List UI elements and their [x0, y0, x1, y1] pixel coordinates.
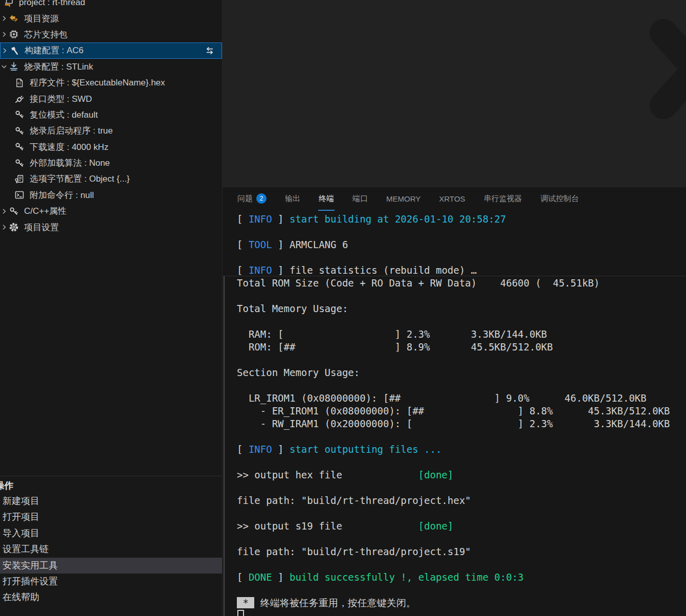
tree-item-file[interactable]: 01程序文件 : ${ExecutableName}.hex [0, 75, 222, 91]
terminal-line: - ER_IROM1 (0x08000000): [## ] 8.8% 45.3… [237, 405, 670, 417]
panel-tab-MEMORY[interactable]: MEMORY [386, 187, 421, 211]
tree-item-label: C/C++属性 [24, 205, 222, 217]
terminal-text-segment: ] [272, 444, 290, 455]
chevron-right-icon[interactable] [1, 208, 8, 214]
key-icon [8, 206, 19, 217]
terminal-text-segment: start outputting files ... [290, 444, 441, 455]
panel-tab-问题[interactable]: 问题2 [237, 187, 267, 211]
key-icon [14, 158, 25, 169]
action-item[interactable]: 导入项目 [0, 525, 223, 541]
terminal-line [237, 315, 670, 328]
terminal-text-segment: file path: "build/rt-thread/project.hex" [237, 495, 471, 506]
tree-item-key[interactable]: C/C++属性 [0, 203, 222, 219]
chevron-right-icon[interactable] [1, 15, 8, 21]
bottom-panel: 问题2输出终端端口MEMORYXRTOS串行监视器调试控制台 [ INFO ] … [223, 187, 686, 616]
panel-tab-XRTOS[interactable]: XRTOS [438, 187, 466, 211]
resources-icon [8, 13, 19, 24]
terminal-text-segment: [ [237, 571, 249, 583]
key-icon [14, 125, 25, 137]
plug-icon [14, 93, 25, 104]
tree-item-terminal[interactable]: 附加命令行 : null [0, 187, 222, 203]
terminal-icon [14, 189, 25, 201]
terminal-text-segment: [done] [418, 469, 454, 480]
terminal-line: - RW_IRAM1 (0x20000000): [ ] 2.3% 3.3KB/… [237, 417, 670, 430]
chevron-down-icon[interactable] [1, 63, 8, 70]
chevron-right-icon[interactable] [1, 224, 8, 230]
terminal-text-segment: [ [237, 444, 249, 455]
terminal-line [237, 290, 670, 302]
tree-item-key[interactable]: 烧录后启动程序 : true [0, 123, 222, 139]
sidebar: project : rt-thread项目资源芯片支持包构建配置 : AC6烧录… [0, 0, 223, 616]
tree-item-download[interactable]: 烧录配置 : STLink [0, 59, 222, 75]
terminal-text-segment: RAM: [ ] 2.3% 3.3KB/144.0KB [237, 328, 547, 340]
tree-item-label: 烧录配置 : STLink [24, 61, 222, 73]
terminal-line: LR_IROM1 (0x08000000): [## ] 9.0% 46.0KB… [237, 392, 670, 405]
panel-tab-输出[interactable]: 输出 [284, 187, 301, 211]
terminal-cursor [237, 610, 244, 616]
tree-item-chip[interactable]: 芯片支持包 [0, 27, 222, 42]
tab-label: XRTOS [439, 194, 465, 203]
tree-item-resources[interactable]: 项目资源 [0, 10, 222, 26]
terminal-line [237, 379, 670, 392]
tree-item-plug[interactable]: 接口类型 : SWD [0, 91, 222, 106]
action-item[interactable]: 在线帮助 [0, 589, 223, 605]
swap-icon[interactable] [204, 45, 215, 56]
terminal-text-segment: INFO [249, 265, 272, 276]
action-item[interactable]: 新建项目 [0, 493, 223, 509]
terminal-text-segment: file statistics (rebuild mode) … [290, 265, 477, 276]
tree-item-gear[interactable]: 项目设置 [0, 219, 222, 235]
chip-icon [8, 29, 19, 40]
tree-item-label: 项目设置 [24, 222, 222, 233]
tab-label: 端口 [352, 194, 368, 204]
terminal-text-segment: TOOL [249, 239, 272, 250]
terminal-left-border [224, 276, 225, 616]
action-item[interactable]: 设置工具链 [0, 541, 223, 557]
chevron-watermark-icon [648, 18, 686, 126]
tree-item-label: project : rt-thread [19, 0, 222, 8]
key-icon [14, 141, 25, 152]
tree-item-key[interactable]: 复位模式 : default [0, 107, 222, 123]
panel-tab-终端[interactable]: 终端 [318, 187, 335, 211]
terminal-line: file path: "build/rt-thread/project.hex" [237, 494, 670, 507]
chevron-right-icon[interactable] [1, 31, 8, 37]
tree-item-hammer[interactable]: 构建配置 : AC6 [0, 42, 222, 58]
terminal-line [237, 533, 670, 545]
project-tree: project : rt-thread项目资源芯片支持包构建配置 : AC6烧录… [0, 0, 222, 235]
terminal-line: [ TOOL ] ARMCLANG 6 [237, 238, 670, 251]
terminal-line [237, 354, 670, 366]
tab-label: 输出 [285, 194, 300, 204]
terminal-text-segment: ROM: [## ] 8.9% 45.5KB/512.0KB [237, 341, 553, 353]
actions-section: 操作 新建项目打开项目导入项目设置工具链安装实用工具打开插件设置在线帮助 [0, 476, 223, 606]
panel-tab-串行监视器[interactable]: 串行监视器 [483, 187, 522, 211]
tree-item-label: 程序文件 : ${ExecutableName}.hex [30, 77, 222, 89]
tree-item-label: 项目资源 [24, 13, 222, 25]
tree-item-key[interactable]: 外部加载算法 : None [0, 155, 222, 171]
terminal-text-segment: [ [237, 239, 249, 250]
tab-label: MEMORY [386, 194, 421, 203]
download-icon [8, 61, 19, 72]
chevron-right-icon[interactable] [2, 48, 9, 54]
action-item[interactable]: 打开插件设置 [0, 574, 223, 589]
tree-item-dockey[interactable]: 选项字节配置 : Object {...} [0, 171, 222, 187]
terminal-line [237, 507, 670, 520]
tree-item-project[interactable]: project : rt-thread [0, 0, 222, 10]
tab-label: 终端 [319, 194, 334, 204]
tree-item-label: 烧录后启动程序 : true [30, 125, 222, 137]
action-item[interactable]: 安装实用工具 [0, 558, 223, 574]
action-item[interactable]: 打开项目 [0, 509, 223, 525]
tree-item-key[interactable]: 下载速度 : 4000 kHz [0, 139, 222, 155]
tab-label: 调试控制台 [540, 194, 579, 204]
terminal-line [237, 481, 670, 494]
terminal-text-segment: Section Memory Usage: [237, 367, 360, 378]
terminal-line: [ INFO ] file statistics (rebuild mode) … [237, 264, 670, 277]
actions-list: 新建项目打开项目导入项目设置工具链安装实用工具打开插件设置在线帮助 [0, 493, 223, 606]
terminal-text-segment: * [237, 597, 254, 608]
panel-tab-端口[interactable]: 端口 [352, 187, 368, 211]
terminal-line: [ DONE ] build successfully !, elapsed t… [237, 571, 670, 584]
terminal-line: Section Memory Usage: [237, 366, 670, 379]
tab-label: 串行监视器 [483, 194, 522, 204]
panel-tab-调试控制台[interactable]: 调试控制台 [540, 187, 579, 211]
hammer-icon [9, 45, 20, 56]
file-icon: 01 [14, 77, 25, 89]
tree-item-label: 选项字节配置 : Object {...} [30, 173, 222, 185]
